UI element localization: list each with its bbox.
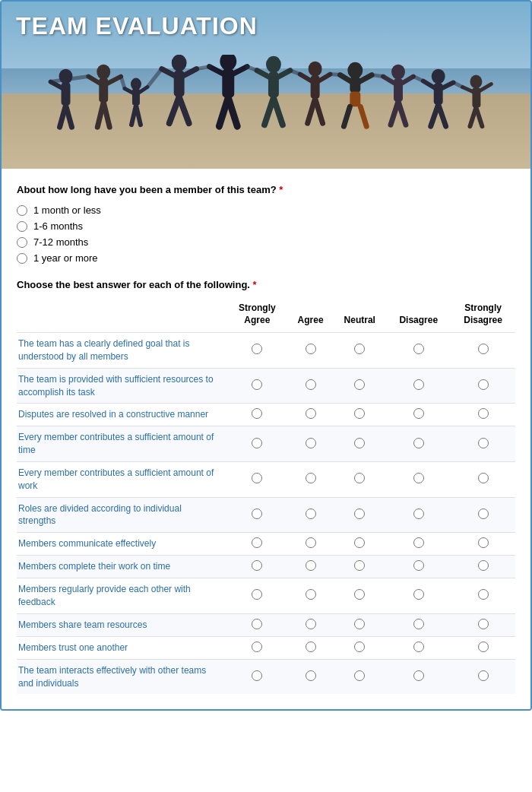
radio-cell-7-agree[interactable]	[288, 556, 333, 578]
radio-5-disagree[interactable]	[413, 508, 424, 519]
radio-cell-5-neutral[interactable]	[333, 497, 386, 533]
radio-cell-1-strongly-disagree[interactable]	[451, 368, 515, 404]
radio-5-agree[interactable]	[306, 508, 316, 519]
radio-6-strongly-disagree[interactable]	[478, 537, 489, 548]
radio-cell-2-agree[interactable]	[288, 404, 333, 426]
radio-7-strongly-agree[interactable]	[252, 560, 262, 571]
radio-cell-0-agree[interactable]	[288, 333, 333, 369]
radio-6-strongly-agree[interactable]	[252, 537, 262, 548]
radio-6-neutral[interactable]	[354, 537, 365, 548]
radio-9-neutral[interactable]	[354, 619, 365, 629]
radio-0-strongly-disagree[interactable]	[478, 344, 489, 354]
radio-cell-11-strongly-disagree[interactable]	[451, 659, 515, 694]
radio-3-strongly-agree[interactable]	[252, 438, 262, 448]
radio-4-strongly-agree[interactable]	[252, 473, 262, 483]
radio-cell-2-strongly-disagree[interactable]	[451, 404, 515, 426]
radio-11-neutral[interactable]	[354, 670, 365, 681]
radio-cell-1-neutral[interactable]	[333, 368, 386, 404]
radio-3-disagree[interactable]	[413, 438, 424, 448]
radio-cell-10-agree[interactable]	[288, 636, 333, 659]
radio-1month[interactable]	[17, 205, 27, 216]
radio-cell-5-agree[interactable]	[288, 497, 333, 533]
radio-2-strongly-disagree[interactable]	[478, 408, 489, 419]
radio-cell-1-strongly-agree[interactable]	[226, 368, 289, 404]
radio-9-disagree[interactable]	[413, 619, 424, 629]
radio-9-strongly-agree[interactable]	[252, 619, 262, 629]
radio-8-agree[interactable]	[306, 589, 316, 600]
radio-cell-8-strongly-agree[interactable]	[226, 578, 289, 614]
radio-option-1to6months[interactable]: 1-6 months	[17, 220, 515, 232]
radio-cell-4-strongly-disagree[interactable]	[451, 461, 515, 497]
radio-cell-0-neutral[interactable]	[333, 333, 386, 369]
radio-6-agree[interactable]	[306, 537, 316, 548]
radio-cell-11-neutral[interactable]	[333, 659, 386, 694]
radio-cell-9-disagree[interactable]	[386, 613, 451, 636]
radio-cell-8-disagree[interactable]	[386, 578, 451, 614]
radio-cell-5-strongly-agree[interactable]	[226, 497, 289, 533]
radio-cell-0-strongly-agree[interactable]	[226, 333, 289, 369]
radio-0-strongly-agree[interactable]	[252, 344, 262, 354]
radio-cell-2-strongly-agree[interactable]	[226, 404, 289, 426]
radio-1-disagree[interactable]	[413, 379, 424, 390]
radio-cell-3-strongly-agree[interactable]	[226, 426, 289, 462]
radio-5-strongly-agree[interactable]	[252, 508, 262, 519]
radio-3-strongly-disagree[interactable]	[478, 438, 489, 448]
radio-cell-11-agree[interactable]	[288, 659, 333, 694]
radio-4-disagree[interactable]	[413, 473, 424, 483]
radio-9-agree[interactable]	[306, 619, 316, 629]
radio-2-strongly-agree[interactable]	[252, 408, 262, 419]
radio-cell-7-strongly-disagree[interactable]	[451, 556, 515, 578]
radio-cell-2-neutral[interactable]	[333, 404, 386, 426]
radio-6-disagree[interactable]	[413, 537, 424, 548]
radio-cell-3-agree[interactable]	[288, 426, 333, 462]
radio-8-strongly-disagree[interactable]	[478, 589, 489, 600]
radio-11-strongly-disagree[interactable]	[478, 670, 489, 681]
radio-4-neutral[interactable]	[354, 473, 365, 483]
radio-1-agree[interactable]	[306, 379, 316, 390]
radio-cell-10-strongly-disagree[interactable]	[451, 636, 515, 659]
radio-3-neutral[interactable]	[354, 438, 365, 448]
radio-8-disagree[interactable]	[413, 589, 424, 600]
radio-0-agree[interactable]	[306, 344, 316, 354]
radio-4-agree[interactable]	[306, 473, 316, 483]
radio-cell-7-neutral[interactable]	[333, 556, 386, 578]
radio-2-neutral[interactable]	[354, 408, 365, 419]
radio-7to12months[interactable]	[17, 237, 27, 248]
radio-cell-1-disagree[interactable]	[386, 368, 451, 404]
radio-option-1month[interactable]: 1 month or less	[17, 204, 515, 216]
radio-0-neutral[interactable]	[354, 344, 365, 354]
radio-1to6months[interactable]	[17, 221, 27, 232]
radio-11-disagree[interactable]	[413, 670, 424, 681]
radio-1-strongly-disagree[interactable]	[478, 379, 489, 390]
radio-cell-7-strongly-agree[interactable]	[226, 556, 289, 578]
radio-cell-6-strongly-agree[interactable]	[226, 533, 289, 556]
radio-cell-4-neutral[interactable]	[333, 461, 386, 497]
radio-10-agree[interactable]	[306, 642, 316, 652]
radio-cell-0-disagree[interactable]	[386, 333, 451, 369]
radio-cell-8-agree[interactable]	[288, 578, 333, 614]
radio-10-strongly-agree[interactable]	[252, 642, 262, 652]
radio-cell-6-neutral[interactable]	[333, 533, 386, 556]
radio-cell-3-neutral[interactable]	[333, 426, 386, 462]
radio-option-1yearormore[interactable]: 1 year or more	[17, 252, 515, 264]
radio-cell-4-agree[interactable]	[288, 461, 333, 497]
radio-cell-7-disagree[interactable]	[386, 556, 451, 578]
radio-10-disagree[interactable]	[413, 642, 424, 652]
radio-cell-10-strongly-agree[interactable]	[226, 636, 289, 659]
radio-cell-10-neutral[interactable]	[333, 636, 386, 659]
radio-cell-9-agree[interactable]	[288, 613, 333, 636]
radio-2-agree[interactable]	[306, 408, 316, 419]
radio-cell-5-strongly-disagree[interactable]	[451, 497, 515, 533]
radio-1-strongly-agree[interactable]	[252, 379, 262, 390]
radio-cell-3-disagree[interactable]	[386, 426, 451, 462]
radio-4-strongly-disagree[interactable]	[478, 473, 489, 483]
radio-2-disagree[interactable]	[413, 408, 424, 419]
radio-cell-4-strongly-agree[interactable]	[226, 461, 289, 497]
radio-7-strongly-disagree[interactable]	[478, 560, 489, 571]
radio-cell-1-agree[interactable]	[288, 368, 333, 404]
radio-7-neutral[interactable]	[354, 560, 365, 571]
radio-cell-9-strongly-agree[interactable]	[226, 613, 289, 636]
radio-1-neutral[interactable]	[354, 379, 365, 390]
radio-cell-6-agree[interactable]	[288, 533, 333, 556]
radio-8-strongly-agree[interactable]	[252, 589, 262, 600]
